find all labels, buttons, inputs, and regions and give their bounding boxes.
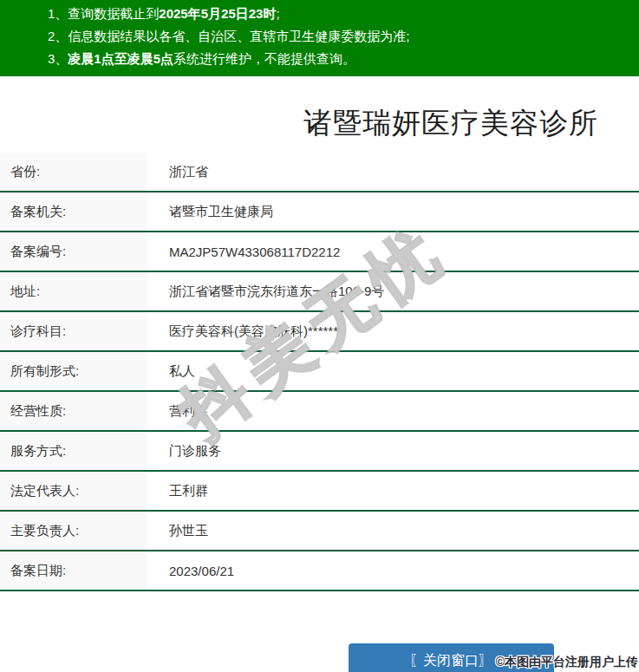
- table-row: 省份: 浙江省: [0, 153, 639, 192]
- notice-line-3-bold: 凌晨1点至凌晨5点: [68, 51, 173, 66]
- row-label: 备案编号:: [0, 232, 147, 271]
- page-title: 诸暨瑞妍医疗美容诊所: [0, 106, 639, 140]
- row-value: 医疗美容科(美容皮肤科)******: [147, 312, 639, 350]
- row-value: 私人: [147, 352, 639, 390]
- row-value: 王利群: [147, 472, 639, 510]
- row-value: 浙江省诸暨市浣东街道东一路100-9号: [147, 272, 639, 310]
- row-label: 备案机关:: [0, 192, 147, 231]
- row-value: 浙江省: [147, 153, 639, 191]
- table-row: 备案编号: MA2JP57W433068117D2212: [0, 232, 639, 272]
- row-label: 备案日期:: [0, 551, 147, 590]
- notice-line-3-text: 3、: [48, 51, 68, 66]
- table-row: 所有制形式: 私人: [0, 352, 639, 392]
- row-value: 诸暨市卫生健康局: [147, 192, 639, 231]
- row-label: 省份:: [0, 153, 147, 191]
- row-label: 法定代表人:: [0, 472, 147, 510]
- notice-banner: 1、查询数据截止到2025年5月25日23时; 2、信息数据结果以各省、自治区、…: [0, 0, 639, 76]
- notice-line-2: 2、信息数据结果以各省、自治区、直辖市卫生健康委数据为准;: [48, 25, 639, 48]
- table-row: 备案机关: 诸暨市卫生健康局: [0, 192, 639, 232]
- notice-line-3: 3、凌晨1点至凌晨5点系统进行维护，不能提供查询。: [48, 48, 639, 70]
- upload-copyright-stamp: ©本图由平台注册用户上传: [496, 655, 638, 670]
- detail-table: 省份: 浙江省 备案机关: 诸暨市卫生健康局 备案编号: MA2JP57W433…: [0, 153, 639, 591]
- table-row: 服务方式: 门诊服务: [0, 432, 639, 472]
- table-row: 经营性质: 营利性: [0, 392, 639, 432]
- notice-line-1-bold: 2025年5月25日23时: [159, 6, 276, 21]
- notice-line-1-post: ;: [276, 6, 279, 21]
- row-label: 所有制形式:: [0, 352, 147, 390]
- page: 1、查询数据截止到2025年5月25日23时; 2、信息数据结果以各省、自治区、…: [0, 0, 639, 672]
- row-value: 2023/06/21: [147, 551, 639, 590]
- notice-line-3-post: 系统进行维护，不能提供查询。: [173, 51, 355, 66]
- row-value: 孙世玉: [147, 512, 639, 550]
- row-label: 诊疗科目:: [0, 312, 147, 350]
- notice-line-1: 1、查询数据截止到2025年5月25日23时;: [48, 3, 639, 25]
- row-label: 地址:: [0, 272, 147, 310]
- notice-line-1-text: 1、查询数据截止到: [48, 6, 159, 21]
- table-row: 地址: 浙江省诸暨市浣东街道东一路100-9号: [0, 272, 639, 312]
- table-row: 备案日期: 2023/06/21: [0, 551, 639, 591]
- row-value: 营利性: [147, 392, 639, 430]
- notice-line-2-text: 2、信息数据结果以各省、自治区、直辖市卫生健康委数据为准;: [48, 29, 410, 43]
- table-row: 主要负责人: 孙世玉: [0, 512, 639, 551]
- row-value: MA2JP57W433068117D2212: [147, 232, 639, 271]
- row-label: 经营性质:: [0, 392, 147, 430]
- row-label: 主要负责人:: [0, 512, 147, 550]
- table-row: 诊疗科目: 医疗美容科(美容皮肤科)******: [0, 312, 639, 352]
- table-row: 法定代表人: 王利群: [0, 472, 639, 512]
- row-value: 门诊服务: [147, 432, 639, 470]
- row-label: 服务方式:: [0, 432, 147, 470]
